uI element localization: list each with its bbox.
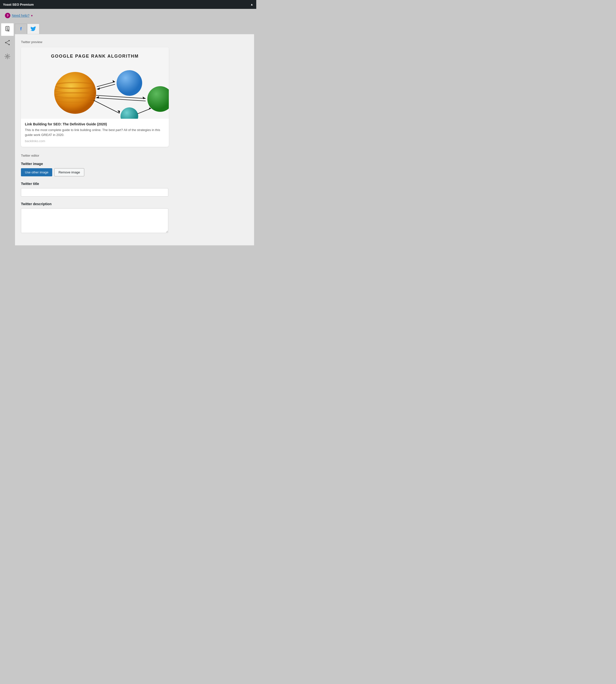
remove-image-button[interactable]: Remove image	[54, 168, 84, 176]
twitter-description-group: Twitter description	[21, 202, 248, 234]
twitter-icon	[30, 26, 36, 32]
help-chevron-icon[interactable]: ▾	[31, 14, 33, 18]
image-button-row: Use other image Remove image	[21, 168, 248, 176]
svg-text:GOOGLE PAGE RANK ALGORITHM: GOOGLE PAGE RANK ALGORITHM	[51, 54, 139, 59]
tab-bar: f	[15, 22, 254, 34]
content-area: f Twitter preview	[15, 22, 256, 251]
preview-card-description: This is the most complete guide to link …	[25, 128, 165, 137]
sidebar-item-seo[interactable]	[1, 23, 14, 36]
preview-card-body: Link Building for SEO: The Definitive Gu…	[21, 119, 169, 147]
twitter-editor-label: Twitter editor	[21, 154, 248, 157]
svg-rect-3	[6, 29, 8, 29]
svg-point-8	[8, 44, 10, 45]
twitter-preview-card: GOOGLE PAGE RANK ALGORITHM	[21, 47, 169, 147]
need-help-link[interactable]: Need help?	[12, 14, 29, 18]
help-icon[interactable]: ?	[5, 13, 10, 18]
top-bar: Yoast SEO Premium ▲	[0, 0, 256, 9]
svg-point-11	[7, 56, 8, 58]
help-bar: ? Need help? ▾	[0, 9, 256, 22]
collapse-arrow[interactable]: ▲	[250, 3, 253, 6]
svg-rect-1	[6, 27, 8, 28]
sidebar-item-social[interactable]	[1, 37, 14, 50]
facebook-icon: f	[20, 26, 22, 31]
twitter-title-label: Twitter title	[21, 182, 248, 186]
twitter-panel: Twitter preview GOOGLE PAGE RANK ALGORIT…	[15, 34, 254, 246]
preview-image-area: GOOGLE PAGE RANK ALGORITHM	[21, 47, 169, 119]
svg-line-9	[6, 41, 8, 42]
app-title: Yoast SEO Premium	[3, 3, 34, 6]
svg-line-10	[6, 43, 8, 44]
share-icon	[4, 39, 10, 47]
seo-icon	[4, 26, 10, 33]
twitter-preview-label: Twitter preview	[21, 40, 248, 44]
twitter-title-group: Twitter title	[21, 182, 248, 197]
tab-facebook[interactable]: f	[15, 24, 27, 34]
svg-rect-2	[6, 28, 8, 29]
main-layout: f Twitter preview	[0, 22, 256, 251]
tab-twitter[interactable]	[27, 24, 39, 34]
use-other-image-button[interactable]: Use other image	[21, 168, 52, 176]
sidebar-item-settings[interactable]	[1, 51, 14, 64]
twitter-description-label: Twitter description	[21, 202, 248, 206]
twitter-title-input[interactable]	[21, 188, 168, 197]
twitter-description-wrap	[21, 208, 248, 234]
preview-image-svg: GOOGLE PAGE RANK ALGORITHM	[21, 47, 169, 119]
twitter-image-label: Twitter image	[21, 162, 248, 166]
twitter-description-input[interactable]	[21, 208, 168, 233]
twitter-image-group: Twitter image Use other image Remove ima…	[21, 162, 248, 176]
gear-icon	[4, 53, 10, 61]
preview-card-url: backlinko.com	[25, 139, 165, 143]
sidebar	[0, 22, 15, 251]
svg-point-20	[116, 70, 142, 96]
svg-line-5	[8, 31, 9, 32]
preview-card-title: Link Building for SEO: The Definitive Gu…	[25, 122, 165, 126]
svg-point-7	[5, 42, 6, 43]
svg-point-6	[8, 40, 10, 41]
